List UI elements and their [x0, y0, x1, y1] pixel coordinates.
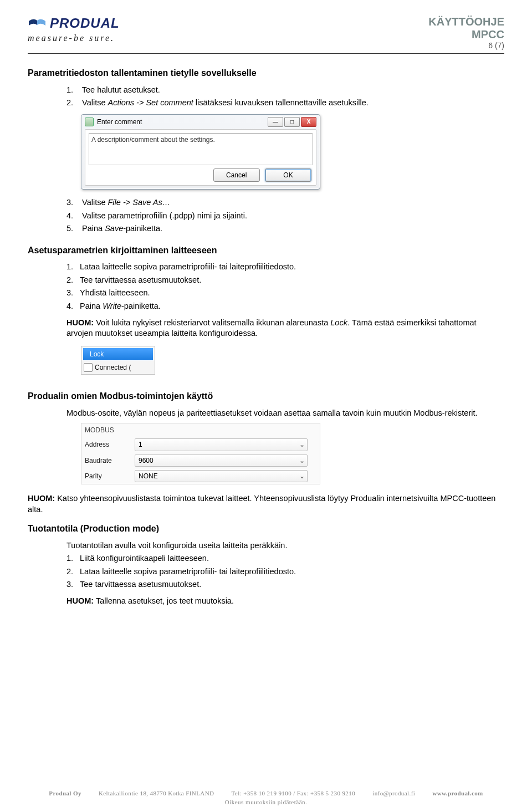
app-icon	[85, 118, 94, 126]
list-item: 4. Valitse parametriprofiilin (.pdpp) ni…	[66, 211, 504, 222]
modbus-parity-select[interactable]: NONE ⌄	[135, 470, 308, 482]
modbus-row-parity: Parity NONE ⌄	[81, 468, 320, 484]
footer-company: Produal Oy	[49, 790, 81, 796]
modbus-address-select[interactable]: 1 ⌄	[135, 438, 308, 451]
doc-id: KÄYTTÖOHJE MPCC 6 (7)	[428, 16, 504, 50]
list-item: 3. Valitse File -> Save As…	[66, 197, 504, 208]
chevron-down-icon: ⌄	[299, 472, 305, 481]
chevron-down-icon: ⌄	[299, 456, 305, 465]
list-item: 4.Paina Write-painiketta.	[66, 301, 504, 312]
modbus-header: MODBUS	[81, 423, 320, 437]
sec2-title: Asetusparametrien kirjoittaminen laittee…	[28, 244, 504, 257]
modbus-row-address: Address 1 ⌄	[81, 437, 320, 452]
list-item: 3.Yhdistä laitteeseen.	[66, 288, 504, 299]
page-number: 6 (7)	[428, 41, 504, 50]
comment-textarea[interactable]: A description/comment about the settings…	[89, 133, 313, 165]
list-item: 1. Tee halutut asetukset.	[66, 85, 504, 96]
sec3-title: Produalin omien Modbus-toimintojen käytt…	[28, 390, 504, 402]
modbus-baudrate-select[interactable]: 9600 ⌄	[135, 454, 308, 467]
footer-disclaimer: Oikeus muutoksiin pidätetään.	[0, 799, 532, 805]
sec1-title: Parametritiedoston tallentaminen tietyll…	[28, 67, 504, 79]
list-item: 2.Lataa laitteelle sopiva parametriprofi…	[66, 566, 504, 578]
dialog-title: Enter comment	[97, 118, 142, 126]
sec2-note: HUOM: Voit lukita nykyiset rekisteriarvo…	[66, 318, 504, 339]
doc-type: KÄYTTÖOHJE	[428, 16, 504, 28]
brand-word: PRODUAL	[50, 16, 120, 31]
enter-comment-dialog: Enter comment — □ X A description/commen…	[81, 114, 320, 190]
sec4-title: Tuotantotila (Production mode)	[28, 523, 504, 535]
footer-email: info@produal.fi	[372, 790, 415, 796]
connection-icon	[84, 363, 93, 372]
window-maximize-button[interactable]: □	[284, 117, 300, 127]
modbus-row-baudrate: Baudrate 9600 ⌄	[81, 453, 320, 468]
modbus-panel: MODBUS Address 1 ⌄ Baudrate 9600 ⌄ Parit…	[81, 423, 320, 484]
sec3-note: HUOM: Katso yhteensopivuuslistasta toimi…	[28, 493, 504, 515]
header-rule	[28, 53, 504, 54]
sec4-note: HUOM: Tallenna asetukset, jos teet muuto…	[66, 596, 504, 607]
list-item: 1.Liitä konfigurointikaapeli laitteeseen…	[66, 553, 504, 564]
footer-address: Keltakalliontie 18, 48770 Kotka FINLAND	[99, 790, 214, 796]
sec4-para: Tuotantotilan avulla voit konfiguroida u…	[66, 540, 504, 551]
doc-product: MPCC	[428, 28, 504, 41]
window-minimize-button[interactable]: —	[268, 117, 283, 127]
list-item: 2.Tee tarvittaessa asetusmuutokset.	[66, 275, 504, 286]
brand-logo: PRODUAL measure-be sure.	[28, 16, 120, 43]
dialog-titlebar: Enter comment — □ X	[81, 115, 320, 129]
chevron-down-icon: ⌄	[299, 440, 305, 449]
lock-ui-snippet: Lock Connected (	[81, 346, 155, 375]
brand-mark-icon	[28, 18, 47, 29]
brand-tagline: measure-be sure.	[28, 33, 120, 43]
page-footer: Produal Oy Keltakalliontie 18, 48770 Kot…	[0, 790, 532, 805]
window-close-button[interactable]: X	[301, 117, 316, 127]
list-item: 3.Tee tarvittaessa asetusmuutokset.	[66, 579, 504, 590]
cancel-button[interactable]: Cancel	[213, 168, 260, 182]
status-connected: Connected (	[83, 362, 154, 373]
list-item: 1.Lataa laitteelle sopiva parametriprofi…	[66, 262, 504, 273]
list-item: 2. Valitse Actions -> Set comment lisätä…	[66, 98, 504, 109]
sec3-para: Modbus-osoite, väylän nopeus ja pariteet…	[66, 408, 504, 419]
lock-menu-item[interactable]: Lock	[83, 348, 154, 361]
list-item: 5. Paina Save-painiketta.	[66, 223, 504, 234]
footer-telfax: Tel: +358 10 219 9100 / Fax: +358 5 230 …	[232, 790, 356, 796]
ok-button[interactable]: OK	[265, 168, 311, 182]
footer-web: www.produal.com	[432, 790, 483, 796]
page-header: PRODUAL measure-be sure. KÄYTTÖOHJE MPCC…	[28, 16, 504, 50]
